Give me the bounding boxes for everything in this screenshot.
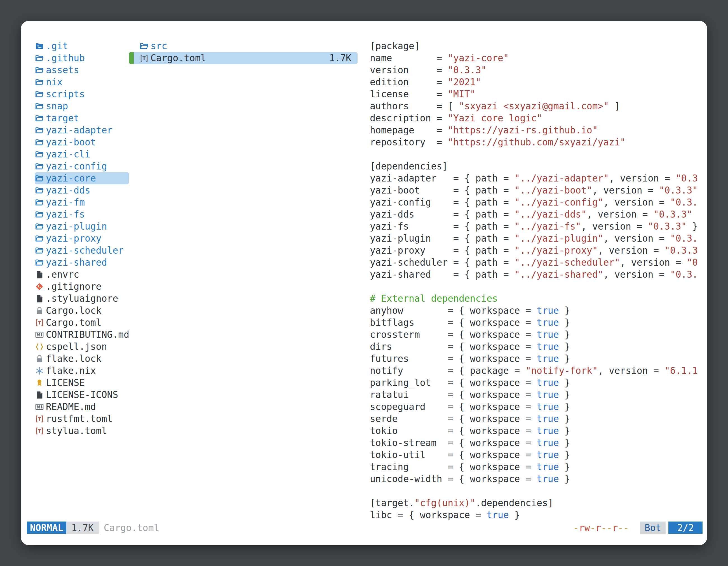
file-row[interactable]: .styluaignore: [35, 292, 129, 304]
file-row[interactable]: src: [129, 40, 358, 52]
file-row[interactable]: flake.nix: [35, 365, 129, 377]
file-row[interactable]: .github: [35, 52, 129, 64]
file-name: nix: [46, 77, 63, 88]
file-row[interactable]: .envrc: [35, 269, 129, 281]
file-row[interactable]: LICENSE-ICONS: [35, 389, 129, 401]
file-row[interactable]: .gitignore: [35, 281, 129, 292]
file-name: README.md: [46, 401, 96, 412]
file-name: yazi-core: [46, 173, 96, 184]
file-name: yazi-fs: [46, 209, 85, 220]
preview-line: notify = { package = "notify-fork", vers…: [370, 365, 703, 377]
file-row[interactable]: assets: [35, 64, 129, 76]
status-bar: NORMAL 1.7K Cargo.toml -rw-r--r-- Bot 2/…: [27, 522, 703, 534]
folder-icon: [35, 138, 44, 147]
toml-icon: [139, 53, 149, 63]
file-row[interactable]: yazi-plugin: [35, 220, 129, 233]
file-row[interactable]: README.md: [35, 401, 129, 413]
file-row[interactable]: scripts: [35, 88, 129, 100]
preview-line: tokio = { workspace = true }: [370, 425, 703, 437]
file-row[interactable]: yazi-proxy: [35, 233, 129, 245]
toml-icon: [35, 318, 44, 327]
file-row[interactable]: flake.lock: [35, 353, 129, 365]
preview-line: description = "Yazi core logic": [370, 112, 703, 124]
file-name: yazi-scheduler: [46, 245, 124, 256]
file-row[interactable]: yazi-core: [35, 172, 129, 184]
folder-icon: [35, 210, 44, 219]
json-icon: [35, 342, 44, 351]
preview-line: repository = "https://github.com/sxyazi/…: [370, 136, 703, 148]
markdown-icon: [35, 330, 44, 339]
file-row[interactable]: yazi-scheduler: [35, 245, 129, 257]
file-name: src: [151, 41, 167, 51]
file-name: .styluaignore: [46, 293, 118, 304]
file-row[interactable]: snap: [35, 100, 129, 112]
file-icon: [35, 294, 44, 303]
preview-line: tracing = { workspace = true }: [370, 461, 703, 473]
file-name: Cargo.toml: [46, 317, 102, 328]
preview-line: tokio-stream = { workspace = true }: [370, 437, 703, 449]
file-row[interactable]: Cargo.toml1.7K: [129, 52, 358, 64]
folder-icon: [35, 186, 44, 195]
preview-line: yazi-scheduler = { path = "../yazi-sched…: [370, 257, 703, 269]
file-name: yazi-config: [46, 161, 107, 172]
file-row[interactable]: yazi-adapter: [35, 124, 129, 136]
file-name: rustfmt.toml: [46, 413, 112, 424]
file-name: target: [46, 113, 79, 124]
scroll-position: Bot: [640, 522, 666, 534]
file-row[interactable]: Cargo.lock: [35, 304, 129, 316]
markdown-icon: [35, 402, 44, 411]
preview-line: libc = { workspace = true }: [370, 509, 703, 521]
file-name: flake.nix: [46, 365, 96, 376]
folder-icon: [139, 41, 149, 51]
preview-line: ratatui = { workspace = true }: [370, 389, 703, 401]
status-file-size: 1.7K: [66, 522, 98, 534]
folder-icon: [35, 114, 44, 123]
folder-icon: [35, 78, 44, 87]
file-row[interactable]: CONTRIBUTING.md: [35, 328, 129, 340]
file-row[interactable]: stylua.toml: [35, 425, 129, 437]
file-row[interactable]: yazi-cli: [35, 148, 129, 160]
preview-line: yazi-dds = { path = "../yazi-dds", versi…: [370, 208, 703, 220]
parent-pane: .git.githubassetsnixscriptssnaptargetyaz…: [35, 40, 129, 437]
preview-line: futures = { workspace = true }: [370, 353, 703, 365]
file-row[interactable]: yazi-boot: [35, 136, 129, 148]
file-row[interactable]: yazi-fs: [35, 208, 129, 220]
folder-icon: [35, 162, 44, 171]
mode-indicator: NORMAL: [27, 522, 66, 534]
file-name: yazi-fm: [46, 197, 85, 208]
preview-line: [370, 485, 703, 497]
preview-line: yazi-plugin = { path = "../yazi-plugin",…: [370, 233, 703, 245]
file-size: 1.7K: [329, 53, 358, 64]
folder-icon: [35, 53, 44, 63]
status-bar-left: NORMAL 1.7K Cargo.toml: [27, 522, 159, 534]
preview-line: [dependencies]: [370, 160, 703, 172]
preview-line: serde = { workspace = true }: [370, 413, 703, 425]
file-name: CONTRIBUTING.md: [46, 329, 129, 340]
file-row[interactable]: yazi-fm: [35, 196, 129, 208]
preview-line: [package]: [370, 40, 703, 52]
preview-line: # External dependencies: [370, 292, 703, 304]
toml-icon: [35, 414, 44, 423]
file-name: cspell.json: [46, 341, 107, 352]
file-row[interactable]: rustfmt.toml: [35, 413, 129, 425]
file-row[interactable]: cspell.json: [35, 340, 129, 353]
file-row[interactable]: yazi-dds: [35, 184, 129, 196]
file-row[interactable]: nix: [35, 76, 129, 88]
file-row[interactable]: LICENSE: [35, 377, 129, 389]
file-row[interactable]: yazi-config: [35, 160, 129, 172]
file-row[interactable]: Cargo.toml: [35, 316, 129, 328]
file-name: LICENSE: [46, 377, 85, 388]
git-icon: [35, 282, 44, 291]
folder-icon: [35, 198, 44, 207]
current-pane: srcCargo.toml1.7K: [129, 40, 358, 64]
preview-line: yazi-adapter = { path = "../yazi-adapter…: [370, 172, 703, 184]
folder-icon: [35, 90, 44, 99]
file-name: .gitignore: [46, 281, 102, 292]
file-row[interactable]: target: [35, 112, 129, 124]
folder-icon: [35, 65, 44, 75]
file-name: LICENSE-ICONS: [46, 389, 118, 400]
file-name: snap: [46, 101, 68, 112]
file-row[interactable]: .git: [35, 40, 129, 52]
preview-line: [target."cfg(unix)".dependencies]: [370, 497, 703, 509]
file-row[interactable]: yazi-shared: [35, 257, 129, 269]
